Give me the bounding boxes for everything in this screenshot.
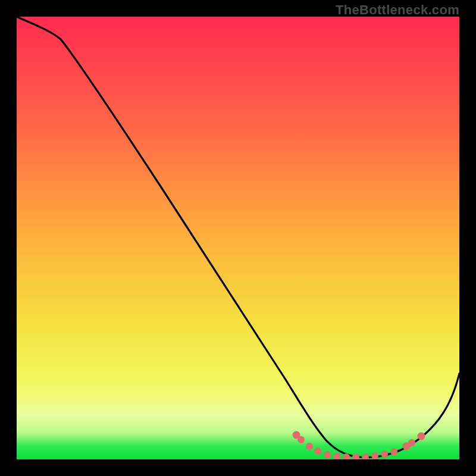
marker-dots	[293, 431, 425, 460]
marker-dot	[418, 433, 425, 440]
marker-dot	[390, 448, 397, 455]
bottleneck-curve	[17, 17, 459, 459]
plot-area	[17, 17, 459, 459]
marker-dot	[324, 451, 331, 458]
marker-dot	[352, 453, 359, 459]
marker-dot	[333, 453, 340, 459]
chart-frame: TheBottleneck.com	[0, 0, 476, 476]
marker-dot	[371, 452, 378, 459]
marker-dot	[306, 443, 313, 450]
marker-dot	[362, 453, 369, 459]
marker-dot	[381, 450, 388, 458]
marker-dot	[408, 439, 415, 446]
marker-dot	[298, 436, 305, 443]
marker-dot	[314, 447, 321, 455]
watermark-text: TheBottleneck.com	[336, 2, 459, 18]
curve-path	[17, 17, 459, 458]
